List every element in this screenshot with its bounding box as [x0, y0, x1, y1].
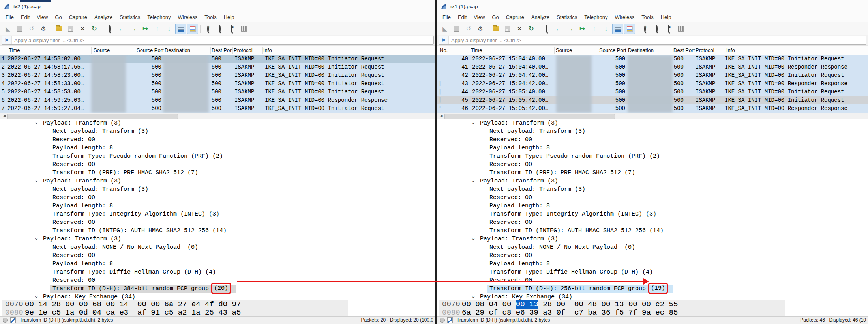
tree-expander-icon[interactable]: ›: [469, 121, 477, 125]
detail-row[interactable]: ›Payload: Transform (3): [437, 177, 868, 185]
column-header-source-port[interactable]: Source Port: [599, 46, 626, 55]
go-to-packet-button[interactable]: ↦: [140, 24, 151, 34]
reload-file-button[interactable]: ↻: [526, 24, 537, 34]
detail-row[interactable]: ›Payload: Transform (3): [0, 177, 435, 185]
find-packet-button[interactable]: [541, 24, 552, 34]
packet-row[interactable]: 52022-06-27 14:58:53.00…500500ISAKMPIKE_…: [0, 88, 435, 96]
detail-row[interactable]: ›Payload: Transform (3): [0, 235, 435, 243]
detail-row[interactable]: Transform ID (INTEG): AUTH_HMAC_SHA2_512…: [0, 227, 435, 235]
column-divider[interactable]: [7, 47, 7, 54]
tree-expander-icon[interactable]: ›: [32, 121, 40, 125]
column-header-protocol[interactable]: Protocol: [696, 46, 714, 55]
menu-telephony[interactable]: Telephony: [144, 12, 174, 22]
menu-view[interactable]: View: [33, 12, 51, 22]
restart-capture-button[interactable]: ↺: [463, 24, 474, 34]
hex-row[interactable]: 007000 14 28 00 00 68 00 14 00 00 6a 27 …: [0, 300, 435, 309]
zoom-in-button[interactable]: +: [202, 24, 214, 34]
scroll-left-arrow-icon[interactable]: [438, 113, 444, 119]
menu-wireless[interactable]: Wireless: [611, 12, 638, 22]
capture-comment-icon[interactable]: [10, 317, 16, 323]
resize-columns-button[interactable]: [675, 24, 686, 34]
title-bar[interactable]: rx1 (1).pcap: [437, 0, 868, 12]
menu-statistics[interactable]: Statistics: [553, 12, 581, 22]
column-divider[interactable]: [163, 47, 163, 54]
zoom-reset-button[interactable]: =: [226, 24, 237, 34]
go-back-button[interactable]: ←: [116, 24, 127, 34]
column-header-source-port[interactable]: Source Port: [137, 46, 164, 55]
packet-row[interactable]: 32022-06-27 14:58:23.00…500500ISAKMPIKE_…: [0, 71, 435, 80]
tree-expander-icon[interactable]: ›: [32, 295, 40, 299]
zoom-out-button[interactable]: −: [651, 24, 662, 34]
packet-row[interactable]: 62022-06-27 14:59:25.03…500500ISAKMPIKE_…: [0, 96, 435, 104]
menu-analyze[interactable]: Analyze: [91, 12, 116, 22]
colorize-toggle-button[interactable]: [187, 24, 198, 34]
column-divider[interactable]: [672, 47, 672, 54]
packet-list-header[interactable]: TimeSourceSource PortDestinationDest Por…: [0, 45, 435, 56]
tree-expander-icon[interactable]: ›: [32, 237, 40, 241]
stop-capture-button[interactable]: [451, 24, 462, 34]
stop-capture-button[interactable]: [14, 24, 25, 34]
column-header-source[interactable]: Source: [94, 46, 110, 55]
filter-bookmark-icon[interactable]: [439, 36, 449, 44]
menu-go[interactable]: Go: [51, 12, 65, 22]
detail-row[interactable]: ›Payload: Key Exchange (34): [437, 293, 868, 300]
column-divider[interactable]: [725, 47, 725, 54]
scroll-left-arrow-icon[interactable]: [1, 113, 7, 119]
auto-scroll-toggle-button[interactable]: [175, 24, 186, 34]
title-bar[interactable]: tx2 (4).pcap: [0, 0, 435, 12]
detail-row[interactable]: Next payload: NONE / No Next Payload (0): [0, 243, 435, 251]
go-last-packet-button[interactable]: ↓: [163, 24, 174, 34]
reload-file-button[interactable]: ↻: [89, 24, 100, 34]
menu-statistics[interactable]: Statistics: [116, 12, 144, 22]
menu-capture[interactable]: Capture: [66, 12, 91, 22]
colorize-toggle-button[interactable]: [624, 24, 635, 34]
detail-row[interactable]: Next payload: NONE / No Next Payload (0): [437, 243, 868, 251]
detail-row[interactable]: Next payload: Transform (3): [437, 185, 868, 194]
detail-row[interactable]: Payload length: 8: [0, 144, 435, 152]
column-divider[interactable]: [627, 47, 627, 54]
go-back-button[interactable]: ←: [553, 24, 564, 34]
go-forward-button[interactable]: →: [565, 24, 576, 34]
menu-tools[interactable]: Tools: [201, 12, 220, 22]
detail-row[interactable]: Transform ID (PRF): PRF_HMAC_SHA2_512 (7…: [0, 169, 435, 177]
capture-comment-icon[interactable]: [447, 317, 453, 323]
column-header-dest-port[interactable]: Dest Port: [673, 46, 695, 55]
detail-row[interactable]: Reserved: 00: [0, 218, 435, 227]
column-header-dest-port[interactable]: Dest Port: [212, 46, 233, 55]
hex-row[interactable]: 00806a 29 cf c8 e6 39 a3 0f c7 ba 36 f5 …: [437, 309, 868, 317]
menu-help[interactable]: Help: [657, 12, 675, 22]
scrollbar-thumb[interactable]: [444, 114, 615, 119]
detail-row[interactable]: Reserved: 00: [437, 251, 868, 260]
detail-row[interactable]: Reserved: 00: [0, 194, 435, 202]
scrollbar-thumb[interactable]: [7, 114, 178, 119]
column-divider[interactable]: [694, 47, 694, 54]
column-header-destination[interactable]: Destination: [628, 46, 654, 55]
menu-help[interactable]: Help: [220, 12, 238, 22]
capture-options-button[interactable]: ⚙: [475, 24, 486, 34]
column-header-time[interactable]: Time: [9, 46, 20, 55]
column-divider[interactable]: [135, 47, 135, 54]
capture-options-button[interactable]: ⚙: [38, 24, 49, 34]
menu-file[interactable]: File: [2, 12, 17, 22]
menu-view[interactable]: View: [470, 12, 488, 22]
start-capture-button[interactable]: ◣: [439, 24, 450, 34]
display-filter-input[interactable]: Apply a display filter ... <Ctrl-/>: [2, 36, 434, 45]
tree-expander-icon[interactable]: ›: [469, 237, 477, 241]
detail-row[interactable]: Transform Type: Pseudo-random Function (…: [0, 152, 435, 160]
column-divider[interactable]: [469, 47, 469, 54]
find-packet-button[interactable]: [104, 24, 115, 34]
go-first-packet-button[interactable]: ↑: [152, 24, 163, 34]
detail-row[interactable]: ›Payload: Key Exchange (34): [0, 293, 435, 300]
column-header-info[interactable]: Info: [726, 46, 735, 55]
column-header-protocol[interactable]: Protocol: [234, 46, 253, 55]
detail-row[interactable]: Reserved: 00: [0, 160, 435, 169]
menu-go[interactable]: Go: [488, 12, 502, 22]
menu-wireless[interactable]: Wireless: [174, 12, 201, 22]
go-forward-button[interactable]: →: [128, 24, 139, 34]
detail-row[interactable]: Reserved: 00: [437, 136, 868, 144]
column-divider[interactable]: [598, 47, 598, 54]
expert-info-icon[interactable]: [440, 318, 445, 323]
detail-row[interactable]: Reserved: 00: [437, 160, 868, 169]
detail-row[interactable]: Transform Type: Integrity Algorithm (INT…: [437, 210, 868, 218]
column-header-source[interactable]: Source: [556, 46, 572, 55]
